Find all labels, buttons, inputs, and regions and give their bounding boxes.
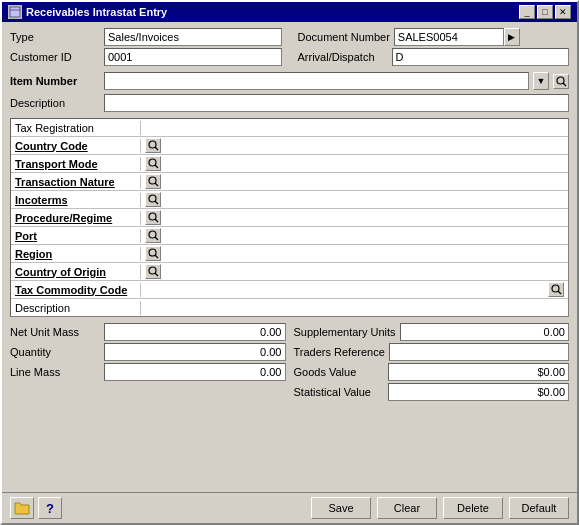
type-label: Type (10, 31, 100, 43)
port-search-button[interactable] (145, 228, 161, 243)
transport-mode-input[interactable] (163, 156, 564, 171)
country-of-origin-value (141, 263, 568, 280)
delete-button[interactable]: Delete (443, 497, 503, 519)
country-of-origin-row: Country of Origin (11, 263, 568, 281)
incoterms-label: Incoterms (11, 193, 141, 207)
svg-point-20 (552, 285, 559, 292)
arrival-dispatch-label: Arrival/Dispatch (298, 51, 388, 63)
tax-commodity-code-input[interactable] (145, 282, 546, 297)
svg-line-5 (155, 147, 158, 150)
minimize-button[interactable]: _ (519, 5, 535, 19)
grid-container: Tax Registration Country Code Transport … (10, 118, 569, 317)
customer-id-input[interactable] (104, 48, 282, 66)
commodity-description-row: Description (11, 299, 568, 316)
type-input[interactable] (104, 28, 282, 46)
item-number-search-button[interactable] (553, 74, 569, 89)
help-button[interactable]: ? (38, 497, 62, 519)
commodity-description-value (141, 299, 568, 316)
doc-nav-button[interactable]: ▶ (504, 28, 520, 46)
item-number-dropdown-button[interactable]: ▼ (533, 72, 549, 90)
region-input[interactable] (163, 246, 564, 261)
svg-point-8 (149, 177, 156, 184)
supplementary-units-label: Supplementary Units (294, 326, 396, 338)
folder-button[interactable] (10, 497, 34, 519)
port-input[interactable] (163, 228, 564, 243)
svg-line-11 (155, 201, 158, 204)
svg-point-6 (149, 159, 156, 166)
svg-point-10 (149, 195, 156, 202)
save-button[interactable]: Save (311, 497, 371, 519)
procedure-regime-row: Procedure/Regime (11, 209, 568, 227)
goods-value-label: Goods Value (294, 366, 384, 378)
incoterms-row: Incoterms (11, 191, 568, 209)
country-code-value (141, 137, 568, 154)
arrival-dispatch-input[interactable] (392, 48, 570, 66)
tax-commodity-code-row: Tax Commodity Code (11, 281, 568, 299)
transaction-nature-row: Transaction Nature (11, 173, 568, 191)
procedure-regime-input[interactable] (163, 210, 564, 225)
svg-line-19 (155, 273, 158, 276)
incoterms-input[interactable] (163, 192, 564, 207)
maximize-button[interactable]: □ (537, 5, 553, 19)
transaction-nature-search-button[interactable] (145, 174, 161, 189)
traders-reference-input[interactable] (389, 343, 569, 361)
incoterms-search-button[interactable] (145, 192, 161, 207)
svg-point-18 (149, 267, 156, 274)
tax-commodity-code-label: Tax Commodity Code (11, 283, 141, 297)
tax-registration-label: Tax Registration (11, 121, 141, 135)
region-value (141, 245, 568, 262)
svg-rect-0 (10, 7, 20, 17)
title-bar: Receivables Intrastat Entry _ □ ✕ (2, 2, 577, 22)
window-title: Receivables Intrastat Entry (26, 6, 167, 18)
port-row: Port (11, 227, 568, 245)
doc-num-row: Document Number ▶ (298, 28, 570, 46)
tax-registration-input[interactable] (145, 120, 564, 135)
main-window: Receivables Intrastat Entry _ □ ✕ Type D… (0, 0, 579, 525)
net-unit-mass-label: Net Unit Mass (10, 326, 100, 338)
country-of-origin-search-button[interactable] (145, 264, 161, 279)
svg-point-14 (149, 231, 156, 238)
country-code-search-button[interactable] (145, 138, 161, 153)
net-unit-mass-input[interactable] (104, 323, 286, 341)
country-code-label: Country Code (11, 139, 141, 153)
supplementary-units-input[interactable] (400, 323, 569, 341)
incoterms-value (141, 191, 568, 208)
doc-num-input[interactable] (394, 28, 504, 46)
procedure-regime-label: Procedure/Regime (11, 211, 141, 225)
svg-line-13 (155, 219, 158, 222)
tax-commodity-code-value (141, 281, 568, 298)
default-button[interactable]: Default (509, 497, 569, 519)
procedure-regime-search-button[interactable] (145, 210, 161, 225)
svg-point-4 (149, 141, 156, 148)
svg-line-21 (558, 291, 561, 294)
transaction-nature-input[interactable] (163, 174, 564, 189)
doc-num-container: ▶ (394, 28, 520, 46)
transport-mode-search-button[interactable] (145, 156, 161, 171)
item-number-input[interactable] (104, 72, 529, 90)
transaction-nature-value (141, 173, 568, 190)
commodity-description-input[interactable] (145, 300, 564, 315)
country-of-origin-input[interactable] (163, 264, 564, 279)
quantity-input[interactable] (104, 343, 286, 361)
clear-button[interactable]: Clear (377, 497, 437, 519)
transport-mode-row: Transport Mode (11, 155, 568, 173)
top-fields: Type Document Number ▶ Customer ID Arriv… (10, 28, 569, 66)
description-input[interactable] (104, 94, 569, 112)
line-mass-input[interactable] (104, 363, 286, 381)
footer-left: ? (10, 497, 62, 519)
bottom-section: Net Unit Mass Quantity Line Mass Supplem… (10, 323, 569, 403)
tax-commodity-code-search-button[interactable] (548, 282, 564, 297)
title-bar-left: Receivables Intrastat Entry (8, 5, 167, 19)
country-code-input[interactable] (163, 138, 564, 153)
doc-num-label: Document Number (298, 31, 390, 43)
statistical-value-input[interactable] (388, 383, 570, 401)
region-search-button[interactable] (145, 246, 161, 261)
svg-line-15 (155, 237, 158, 240)
window-icon (8, 5, 22, 19)
close-button[interactable]: ✕ (555, 5, 571, 19)
goods-value-input[interactable] (388, 363, 570, 381)
tax-registration-value (141, 119, 568, 136)
description-label: Description (10, 97, 100, 109)
svg-point-16 (149, 249, 156, 256)
type-row: Type (10, 28, 282, 46)
